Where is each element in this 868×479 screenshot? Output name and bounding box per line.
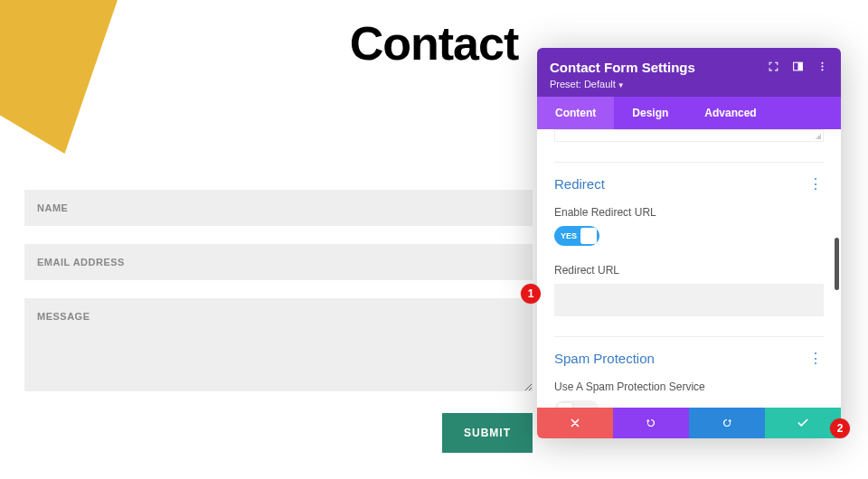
annotation-badge-1: 1 — [521, 284, 541, 304]
svg-rect-1 — [798, 62, 803, 70]
spam-service-label: Use A Spam Protection Service — [554, 380, 824, 393]
svg-point-2 — [821, 62, 823, 64]
tab-design[interactable]: Design — [614, 97, 686, 129]
name-field[interactable] — [24, 190, 533, 226]
check-icon — [797, 417, 809, 429]
preset-value: Default — [584, 79, 616, 89]
submit-button[interactable]: SUBMIT — [442, 413, 533, 453]
message-field[interactable] — [24, 298, 533, 391]
contact-form: SUBMIT — [24, 190, 533, 453]
spam-service-toggle[interactable]: NO — [554, 400, 599, 408]
toggle-state-label: YES — [561, 231, 577, 240]
chevron-down-icon: ▼ — [618, 81, 625, 89]
snap-icon[interactable] — [792, 60, 804, 76]
tab-advanced[interactable]: Advanced — [686, 97, 774, 129]
preset-prefix: Preset: — [550, 79, 584, 89]
spam-section-menu-icon[interactable]: ⋮ — [807, 355, 824, 362]
redo-button[interactable] — [689, 408, 765, 438]
cancel-button[interactable] — [537, 408, 613, 438]
redirect-section-menu-icon[interactable]: ⋮ — [807, 181, 824, 188]
panel-header: Contact Form Settings Preset: Default▼ — [537, 48, 841, 97]
toggle-knob — [557, 402, 573, 408]
panel-footer — [537, 408, 841, 438]
svg-point-3 — [821, 65, 823, 67]
expand-icon[interactable] — [768, 60, 779, 76]
kebab-icon[interactable] — [816, 60, 828, 76]
panel-title: Contact Form Settings — [550, 60, 695, 75]
spam-section-title: Spam Protection — [554, 351, 655, 366]
preset-selector[interactable]: Preset: Default▼ — [550, 79, 695, 89]
prev-section-textarea[interactable] — [554, 129, 824, 142]
redirect-url-input[interactable] — [554, 284, 824, 316]
panel-body[interactable]: Redirect ⋮ Enable Redirect URL YES Redir… — [537, 129, 841, 408]
settings-panel: Contact Form Settings Preset: Default▼ C… — [537, 48, 841, 438]
toggle-state-label: NO — [581, 406, 594, 408]
undo-button[interactable] — [613, 408, 689, 438]
redo-icon — [721, 417, 733, 429]
tab-content[interactable]: Content — [537, 97, 614, 129]
svg-point-4 — [821, 69, 823, 70]
enable-redirect-label: Enable Redirect URL — [554, 206, 824, 219]
panel-tabs: Content Design Advanced — [537, 97, 841, 129]
scrollbar-thumb[interactable] — [835, 238, 839, 290]
redirect-section-title: Redirect — [554, 176, 605, 192]
save-button[interactable] — [765, 408, 841, 438]
email-field[interactable] — [24, 244, 533, 280]
enable-redirect-toggle[interactable]: YES — [554, 226, 599, 246]
close-icon — [569, 417, 581, 429]
annotation-badge-2: 2 — [830, 418, 850, 438]
toggle-knob — [580, 228, 597, 244]
redirect-url-label: Redirect URL — [554, 264, 824, 277]
undo-icon — [645, 417, 657, 429]
